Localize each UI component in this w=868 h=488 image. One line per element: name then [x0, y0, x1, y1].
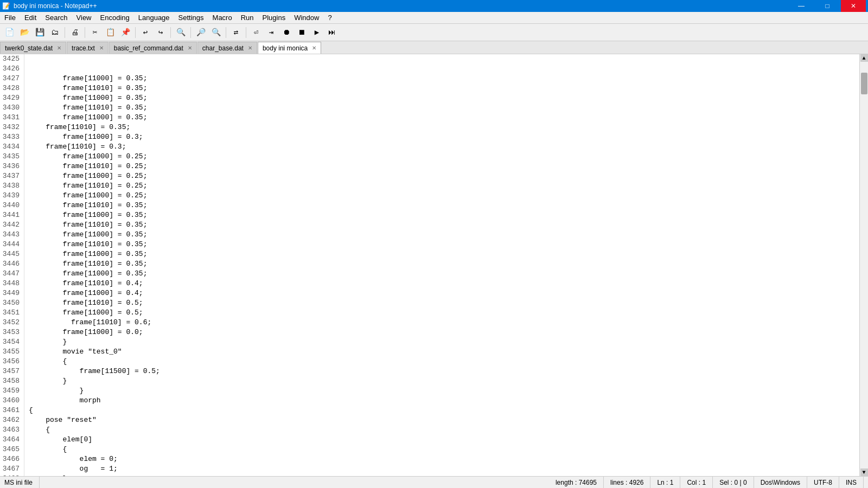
sync-button[interactable]: ⇄: [229, 25, 243, 40]
code-line-3425: frame[11000] = 0.35;: [29, 74, 855, 84]
col-indicator: Col : 1: [680, 477, 713, 488]
tab-2[interactable]: basic_ref_command.dat✕: [109, 42, 197, 54]
ln-indicator: Ln : 1: [650, 477, 680, 488]
code-line-3432: frame[11010] = 0.3;: [29, 142, 855, 152]
line-num-3453: 3453: [2, 328, 20, 337]
menu-item-file[interactable]: File: [0, 12, 20, 23]
code-line-3451: frame[11000] = 0.0;: [29, 328, 855, 337]
print-button[interactable]: 🖨: [68, 25, 82, 40]
code-content[interactable]: frame[11000] = 0.35; frame[11010] = 0.35…: [24, 54, 859, 476]
code-line-3427: frame[11000] = 0.35;: [29, 93, 855, 103]
line-num-3443: 3443: [2, 230, 20, 240]
tab-close-3[interactable]: ✕: [248, 45, 252, 51]
line-num-3432: 3432: [2, 123, 20, 132]
line-num-3446: 3446: [2, 259, 20, 269]
menu-item-language[interactable]: Language: [134, 12, 174, 23]
save-all-button[interactable]: 🗂: [48, 25, 62, 40]
toolbar-sep-7: [246, 27, 246, 38]
title-bar: 📝 body ini monica - Notepad++ — □ ✕: [0, 0, 868, 12]
menu-item-view[interactable]: View: [72, 12, 96, 23]
macro-stop-button[interactable]: ⏹: [295, 25, 309, 40]
new-button[interactable]: 📄: [2, 25, 16, 40]
zoom-in-button[interactable]: 🔎: [194, 25, 208, 40]
line-num-3447: 3447: [2, 269, 20, 279]
line-ending-indicator: Dos\Windows: [754, 477, 807, 488]
tab-label-3: char_base.dat: [202, 44, 244, 52]
right-scrollbar[interactable]: ▲ ▼: [859, 54, 868, 476]
line-num-3431: 3431: [2, 113, 20, 123]
code-line-3437: frame[11000] = 0.25;: [29, 191, 855, 201]
line-num-3466: 3466: [2, 454, 20, 464]
menu-item-macro[interactable]: Macro: [208, 12, 237, 23]
code-line-3456: }: [29, 376, 855, 386]
code-line-3446: frame[11010] = 0.4;: [29, 279, 855, 288]
indent-button[interactable]: ⇥: [264, 25, 278, 40]
code-area[interactable]: 3425342634273428342934303431343234333434…: [0, 54, 859, 476]
wrap-button[interactable]: ⏎: [249, 25, 263, 40]
code-line-3464: elem = 0;: [29, 454, 855, 464]
code-line-3462: elem[0]: [29, 435, 855, 445]
menu-item-search[interactable]: Search: [41, 12, 72, 23]
editor[interactable]: 3425342634273428342934303431343234333434…: [0, 54, 859, 476]
close-button[interactable]: ✕: [841, 0, 866, 12]
open-button[interactable]: 📂: [17, 25, 31, 40]
menu-item-run[interactable]: Run: [237, 12, 258, 23]
tab-3[interactable]: char_base.dat✕: [197, 42, 257, 54]
line-num-3461: 3461: [2, 406, 20, 415]
menu-item-settings[interactable]: Settings: [174, 12, 208, 23]
scroll-track[interactable]: [860, 62, 868, 468]
tab-close-0[interactable]: ✕: [57, 45, 61, 51]
maximize-button[interactable]: □: [815, 0, 840, 12]
find-button[interactable]: 🔍: [174, 25, 188, 40]
tab-label-1: trace.txt: [72, 44, 95, 52]
macro-play-button[interactable]: ▶: [310, 25, 324, 40]
line-num-3438: 3438: [2, 181, 20, 191]
code-line-3435: frame[11000] = 0.25;: [29, 171, 855, 181]
code-line-3436: frame[11010] = 0.25;: [29, 181, 855, 191]
menu-item-?[interactable]: ?: [323, 12, 336, 23]
minimize-button[interactable]: —: [789, 0, 814, 12]
main-area: 3425342634273428342934303431343234333434…: [0, 54, 868, 476]
cut-button[interactable]: ✂: [88, 25, 102, 40]
line-num-3430: 3430: [2, 103, 20, 113]
line-num-3449: 3449: [2, 288, 20, 298]
line-num-3460: 3460: [2, 396, 20, 406]
code-line-3431: frame[11000] = 0.3;: [29, 132, 855, 142]
tab-1[interactable]: trace.txt✕: [67, 42, 108, 54]
line-num-3428: 3428: [2, 84, 20, 93]
line-num-3454: 3454: [2, 337, 20, 347]
tab-close-4[interactable]: ✕: [312, 45, 316, 51]
menu-item-edit[interactable]: Edit: [20, 12, 41, 23]
menu-item-window[interactable]: Window: [290, 12, 323, 23]
undo-button[interactable]: ↩: [138, 25, 152, 40]
tab-0[interactable]: twerk0_state.dat✕: [0, 42, 66, 54]
macro-rec-button[interactable]: ⏺: [279, 25, 293, 40]
code-line-3430: frame[11010] = 0.35;: [29, 123, 855, 132]
tab-close-2[interactable]: ✕: [188, 45, 192, 51]
zoom-out-button[interactable]: 🔍: [209, 25, 223, 40]
code-line-3442: frame[11010] = 0.35;: [29, 240, 855, 249]
menu-item-encoding[interactable]: Encoding: [96, 12, 134, 23]
tab-4[interactable]: body ini monica✕: [258, 42, 321, 54]
status-bar: MS ini file length : 74695 lines : 4926 …: [0, 476, 868, 488]
macro-run-button[interactable]: ⏭: [325, 25, 339, 40]
sel-indicator: Sel : 0 | 0: [713, 477, 754, 488]
scroll-thumb[interactable]: [861, 73, 867, 94]
toolbar-sep-1: [65, 27, 65, 38]
save-button[interactable]: 💾: [33, 25, 47, 40]
line-num-3464: 3464: [2, 435, 20, 445]
redo-button[interactable]: ↪: [154, 25, 168, 40]
copy-button[interactable]: 📋: [103, 25, 117, 40]
line-num-3444: 3444: [2, 240, 20, 249]
line-num-3445: 3445: [2, 249, 20, 259]
paste-button[interactable]: 📌: [118, 25, 132, 40]
line-num-3436: 3436: [2, 162, 20, 171]
scroll-down-button[interactable]: ▼: [860, 468, 868, 476]
code-line-3443: frame[11000] = 0.35;: [29, 249, 855, 259]
scroll-up-button[interactable]: ▲: [860, 54, 868, 62]
tab-close-1[interactable]: ✕: [99, 45, 104, 51]
window-controls: — □ ✕: [789, 0, 866, 12]
menu-item-plugins[interactable]: Plugins: [258, 12, 290, 23]
code-line-3438: frame[11010] = 0.35;: [29, 201, 855, 210]
mode-indicator: INS: [839, 477, 864, 488]
